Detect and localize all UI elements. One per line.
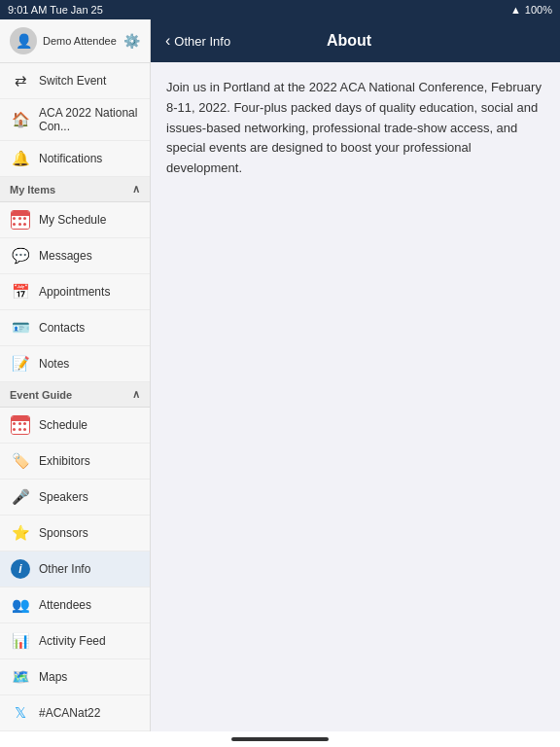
status-bar: 9:01 AM Tue Jan 25 ▲ 100% xyxy=(0,0,560,19)
page-title: About xyxy=(327,32,371,50)
wifi-icon: ▲ xyxy=(510,4,521,16)
gear-icon[interactable]: ⚙️ xyxy=(123,33,140,49)
sidebar-user[interactable]: 👤 Demo Attendee xyxy=(10,27,117,54)
messages-icon: 💬 xyxy=(10,245,31,267)
sidebar-item-contacts[interactable]: 🪪 Contacts xyxy=(0,310,150,346)
sidebar-item-sponsors[interactable]: ⭐ Sponsors xyxy=(0,516,150,551)
battery: 100% xyxy=(525,4,552,16)
other-info-label: Other Info xyxy=(39,562,90,576)
collapse-my-items-icon[interactable]: ∧ xyxy=(132,183,140,196)
back-button[interactable]: ‹ Other Info xyxy=(165,32,230,50)
sidebar-item-acanat22[interactable]: 𝕏 #ACANat22 xyxy=(0,695,150,731)
event-guide-label: Event Guide xyxy=(10,389,72,401)
notes-label: Notes xyxy=(39,357,69,371)
avatar: 👤 xyxy=(10,27,37,54)
sidebar-item-activity-feed[interactable]: 📊 Activity Feed xyxy=(0,623,150,659)
attendees-icon: 👥 xyxy=(10,594,31,616)
my-schedule-label: My Schedule xyxy=(39,213,106,227)
sidebar-item-attendees[interactable]: 👥 Attendees xyxy=(0,587,150,623)
content-header: ‹ Other Info About xyxy=(151,19,560,62)
switch-event-icon: ⇄ xyxy=(10,70,31,91)
back-label: Other Info xyxy=(174,34,230,49)
my-items-label: My Items xyxy=(10,184,55,196)
exhibitors-label: Exhibitors xyxy=(39,454,90,468)
content-body: Join us in Portland at the 2022 ACA Nati… xyxy=(151,62,560,731)
schedule-label: Schedule xyxy=(39,418,88,432)
bottom-indicator xyxy=(0,731,560,747)
notes-icon: 📝 xyxy=(10,353,31,374)
content-area: ‹ Other Info About Join us in Portland a… xyxy=(151,19,560,731)
sidebar-item-notes[interactable]: 📝 Notes xyxy=(0,346,150,382)
appointments-icon: 📅 xyxy=(10,281,31,302)
sidebar: 👤 Demo Attendee ⚙️ ⇄ Switch Event 🏠 ACA … xyxy=(0,19,151,731)
my-schedule-icon xyxy=(10,209,31,231)
home-indicator xyxy=(231,737,329,741)
other-info-icon: i xyxy=(10,558,31,580)
speakers-icon: 🎤 xyxy=(10,486,31,508)
sidebar-item-my-schedule[interactable]: My Schedule xyxy=(0,202,150,238)
sidebar-item-speakers[interactable]: 🎤 Speakers xyxy=(0,480,150,516)
sidebar-item-schedule[interactable]: Schedule xyxy=(0,408,150,444)
sidebar-item-appointments[interactable]: 📅 Appointments xyxy=(0,274,150,310)
acanat22-label: #ACANat22 xyxy=(39,706,100,720)
notifications-label: Notifications xyxy=(39,152,102,165)
time: 9:01 AM xyxy=(8,4,47,16)
schedule-icon xyxy=(10,414,31,436)
speakers-label: Speakers xyxy=(39,490,88,504)
maps-label: Maps xyxy=(39,670,67,684)
sidebar-item-exhibitors[interactable]: 🏷️ Exhibitors xyxy=(0,444,150,480)
sidebar-item-messages[interactable]: 💬 Messages xyxy=(0,238,150,274)
sidebar-item-switch-event[interactable]: ⇄ Switch Event xyxy=(0,63,150,99)
activity-feed-label: Activity Feed xyxy=(39,634,106,648)
activity-feed-icon: 📊 xyxy=(10,630,31,652)
home-icon: 🏠 xyxy=(10,109,31,130)
contacts-label: Contacts xyxy=(39,321,85,335)
messages-label: Messages xyxy=(39,249,92,263)
back-chevron-icon: ‹ xyxy=(165,32,170,50)
my-items-section-header: My Items ∧ xyxy=(0,177,150,202)
sponsors-icon: ⭐ xyxy=(10,522,31,544)
twitter-icon: 𝕏 xyxy=(10,702,31,724)
switch-event-label: Switch Event xyxy=(39,74,106,88)
sponsors-label: Sponsors xyxy=(39,526,88,540)
about-text: Join us in Portland at the 2022 ACA Nati… xyxy=(166,78,544,179)
contacts-icon: 🪪 xyxy=(10,317,31,338)
collapse-event-guide-icon[interactable]: ∧ xyxy=(132,388,140,401)
sidebar-item-event[interactable]: 🏠 ACA 2022 National Con... xyxy=(0,99,150,141)
exhibitors-icon: 🏷️ xyxy=(10,450,31,472)
date: Tue Jan 25 xyxy=(50,4,103,16)
event-guide-section-header: Event Guide ∧ xyxy=(0,382,150,408)
maps-icon: 🗺️ xyxy=(10,666,31,688)
sidebar-item-notifications[interactable]: 🔔 Notifications xyxy=(0,141,150,177)
sidebar-user-header: 👤 Demo Attendee ⚙️ xyxy=(0,19,150,63)
appointments-label: Appointments xyxy=(39,285,110,299)
sidebar-item-maps[interactable]: 🗺️ Maps xyxy=(0,659,150,695)
user-name: Demo Attendee xyxy=(43,35,117,47)
sidebar-item-other-info[interactable]: i Other Info xyxy=(0,551,150,587)
attendees-label: Attendees xyxy=(39,598,91,612)
bell-icon: 🔔 xyxy=(10,148,31,169)
event-name-label: ACA 2022 National Con... xyxy=(39,106,140,133)
